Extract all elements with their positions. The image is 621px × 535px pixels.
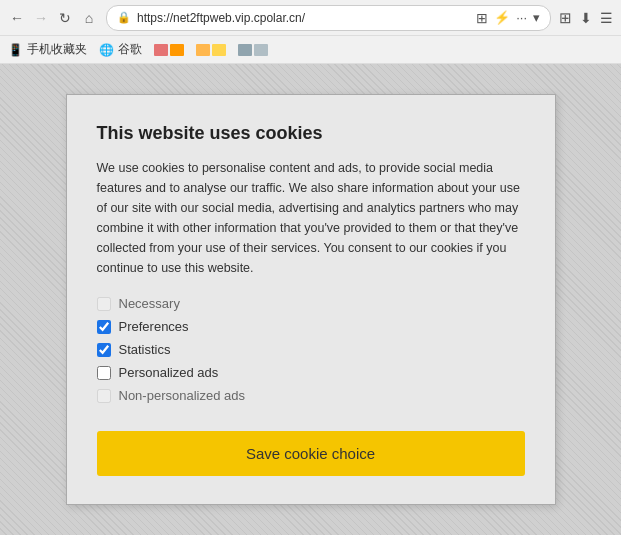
refresh-icon[interactable]: ↻ xyxy=(56,9,74,27)
bookmarks-bar: 📱 手机收藏夹 🌐 谷歌 xyxy=(0,36,621,64)
cookie-dialog-title: This website uses cookies xyxy=(97,123,525,144)
home-icon[interactable]: ⌂ xyxy=(80,9,98,27)
page-content: This website uses cookies We use cookies… xyxy=(0,64,621,535)
star-icon[interactable]: ⚡ xyxy=(494,10,510,25)
option-label-non-personalized-ads: Non-personalized ads xyxy=(119,388,245,403)
option-necessary[interactable]: Necessary xyxy=(97,296,525,311)
bookmark-label: 谷歌 xyxy=(118,41,142,58)
bookmark-label: 手机收藏夹 xyxy=(27,41,87,58)
option-label-statistics: Statistics xyxy=(119,342,171,357)
save-cookie-button[interactable]: Save cookie choice xyxy=(97,431,525,476)
grid-icon[interactable]: ⊞ xyxy=(559,9,572,27)
menu-icon[interactable]: ☰ xyxy=(600,10,613,26)
address-bar[interactable]: 🔒 https://net2ftpweb.vip.cpolar.cn/ ⊞ ⚡ … xyxy=(106,5,551,31)
checkbox-non-personalized-ads[interactable] xyxy=(97,389,111,403)
bookmark-colors-3 xyxy=(238,44,268,56)
cookie-description: We use cookies to personalise content an… xyxy=(97,158,525,278)
option-label-personalized-ads: Personalized ads xyxy=(119,365,219,380)
bookmark-google[interactable]: 🌐 谷歌 xyxy=(99,41,142,58)
browser-action-icons: ⊞ ⬇ ☰ xyxy=(559,9,613,27)
option-non-personalized-ads[interactable]: Non-personalized ads xyxy=(97,388,525,403)
bookmark-colors-2 xyxy=(196,44,226,56)
google-icon: 🌐 xyxy=(99,43,114,57)
option-preferences[interactable]: Preferences xyxy=(97,319,525,334)
option-label-preferences: Preferences xyxy=(119,319,189,334)
checkbox-necessary[interactable] xyxy=(97,297,111,311)
browser-toolbar: ← → ↻ ⌂ 🔒 https://net2ftpweb.vip.cpolar.… xyxy=(0,0,621,36)
translate-icon[interactable]: ⊞ xyxy=(476,10,488,26)
forward-icon[interactable]: → xyxy=(32,9,50,27)
more-icon[interactable]: ··· xyxy=(516,10,527,25)
cookie-dialog: This website uses cookies We use cookies… xyxy=(66,94,556,505)
checkbox-personalized-ads[interactable] xyxy=(97,366,111,380)
expand-icon[interactable]: ▾ xyxy=(533,10,540,25)
cookie-options: Necessary Preferences Statistics Persona… xyxy=(97,296,525,403)
option-label-necessary: Necessary xyxy=(119,296,180,311)
checkbox-preferences[interactable] xyxy=(97,320,111,334)
mobile-icon: 📱 xyxy=(8,43,23,57)
browser-chrome: ← → ↻ ⌂ 🔒 https://net2ftpweb.vip.cpolar.… xyxy=(0,0,621,64)
bookmark-mobile[interactable]: 📱 手机收藏夹 xyxy=(8,41,87,58)
back-icon[interactable]: ← xyxy=(8,9,26,27)
download-icon[interactable]: ⬇ xyxy=(580,10,592,26)
nav-icons: ← → ↻ ⌂ xyxy=(8,9,98,27)
option-personalized-ads[interactable]: Personalized ads xyxy=(97,365,525,380)
option-statistics[interactable]: Statistics xyxy=(97,342,525,357)
checkbox-statistics[interactable] xyxy=(97,343,111,357)
lock-icon: 🔒 xyxy=(117,11,131,24)
url-text: https://net2ftpweb.vip.cpolar.cn/ xyxy=(137,11,470,25)
bookmark-colors-1 xyxy=(154,44,184,56)
